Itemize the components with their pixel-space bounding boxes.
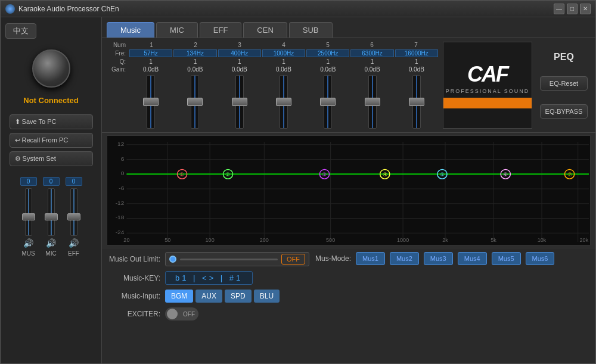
band-num-5: 5 [306, 42, 350, 48]
eq-fader-5 [306, 75, 349, 129]
band-gain-3: 0.0dB [218, 66, 261, 73]
svg-text:500: 500 [326, 237, 335, 243]
input-buttons: BGM AUX SPD BLU [165, 290, 280, 303]
band-num-7: 7 [394, 42, 438, 48]
limit-off-button[interactable]: OFF [281, 254, 305, 265]
limit-slider-dot [169, 256, 176, 263]
exciter-knob [167, 309, 178, 319]
input-bgm-button[interactable]: BGM [165, 290, 193, 303]
band-num-1: 1 [129, 42, 173, 48]
eq-reset-button[interactable]: EQ-Reset [540, 76, 588, 91]
eq-graph-svg: 12 6 0 -6 -12 -18 -24 20 50 100 200 500 … [107, 136, 590, 245]
fader-thumb-4[interactable] [276, 98, 291, 106]
main-knob[interactable] [32, 49, 70, 88]
svg-text:-24: -24 [116, 229, 125, 235]
tab-mic[interactable]: MIC [156, 22, 198, 38]
fader-thumb-6[interactable] [365, 98, 380, 106]
eff-fader-track[interactable] [70, 188, 77, 236]
tab-sub[interactable]: SUB [289, 22, 333, 38]
limit-slider[interactable]: OFF [165, 252, 309, 266]
input-spd-button[interactable]: SPD [225, 290, 252, 303]
mus-fader-track[interactable] [25, 188, 32, 236]
svg-text:50: 50 [164, 237, 170, 243]
svg-text:①: ① [180, 172, 185, 178]
eff-fader-value: 0 [66, 177, 82, 186]
svg-text:④: ④ [383, 172, 387, 178]
fader-row: 0 🔊 MUS 0 🔊 MIC [20, 177, 82, 257]
eq-graph: 12 6 0 -6 -12 -18 -24 20 50 100 200 500 … [107, 135, 591, 245]
mus-mode-1-button[interactable]: Mus1 [356, 252, 385, 265]
window-controls: — □ ✕ [554, 4, 591, 14]
svg-text:-6: -6 [119, 185, 124, 191]
eq-bypass-button[interactable]: EQ-BYPASS [540, 104, 588, 119]
mus-speaker-icon: 🔊 [23, 238, 33, 248]
exciter-label: EXCITER: [107, 310, 160, 318]
band-gain-7: 0.0dB [395, 66, 438, 73]
fader-thumb-7[interactable] [409, 98, 424, 106]
svg-text:②: ② [225, 172, 230, 178]
mic-fader-thumb[interactable] [45, 213, 58, 220]
svg-text:⑥: ⑥ [503, 172, 508, 178]
bottom-left: Music Out Limit: OFF Music-KEY: b1 | <> … [107, 252, 309, 360]
svg-text:5k: 5k [491, 237, 496, 243]
input-aux-button[interactable]: AUX [195, 290, 222, 303]
save-to-pc-button[interactable]: ⬆ Save To PC [10, 114, 93, 129]
band-freq-2[interactable] [173, 49, 216, 57]
tab-cen[interactable]: CEN [243, 22, 287, 38]
fader-thumb-1[interactable] [143, 98, 159, 106]
peq-label: PEQ [554, 52, 574, 63]
caf-bar [443, 98, 532, 108]
caf-logo-text: CAF [467, 62, 508, 87]
band-q-3: 1 [218, 58, 261, 65]
input-blu-button[interactable]: BLU [254, 290, 280, 303]
fader-thumb-5[interactable] [320, 98, 336, 106]
band-freq-3[interactable] [218, 49, 261, 57]
band-freq-7[interactable] [395, 49, 438, 57]
mus-mode-3-button[interactable]: Mus3 [424, 252, 453, 265]
music-out-limit-label: Music Out Limit: [107, 255, 160, 263]
fader-thumb-3[interactable] [232, 98, 247, 106]
eff-label: EFF [68, 250, 79, 257]
music-key-label: Music-KEY: [107, 274, 160, 282]
sidebar: 中文 Not Connected ⬆ Save To PC ↩ Recall F… [1, 17, 102, 363]
band-gain-6: 0.0dB [350, 66, 393, 73]
eff-fader-thumb[interactable] [67, 213, 80, 220]
mus-mode-6-button[interactable]: Mus6 [526, 252, 555, 265]
band-gain-2: 0.0dB [173, 66, 216, 73]
limit-slider-track [180, 259, 278, 260]
svg-text:-18: -18 [116, 214, 125, 221]
maximize-btn[interactable]: □ [567, 4, 578, 14]
recall-from-pc-button[interactable]: ↩ Recall From PC [10, 133, 93, 148]
minimize-btn[interactable]: — [554, 4, 564, 14]
band-freq-1[interactable] [129, 49, 172, 57]
mus-label: MUS [21, 250, 35, 257]
fader-thumb-2[interactable] [187, 98, 203, 106]
mus-fader-thumb[interactable] [22, 213, 35, 220]
exciter-toggle[interactable]: OFF [165, 307, 198, 321]
tab-eff[interactable]: EFF [200, 22, 242, 38]
band-q-7: 1 [395, 58, 438, 65]
app-icon [5, 4, 15, 14]
svg-text:100: 100 [206, 237, 215, 243]
eq-fader-3 [218, 75, 261, 129]
music-key-value[interactable]: b1 | <> | #1 [165, 271, 253, 285]
mic-fader-track[interactable] [48, 188, 55, 236]
band-gain-1: 0.0dB [129, 66, 172, 73]
mus-mode-5-button[interactable]: Mus5 [492, 252, 521, 265]
band-freq-6[interactable] [350, 49, 393, 57]
band-freq-5[interactable] [306, 49, 349, 57]
eff-fader-col: 0 🔊 EFF [66, 177, 82, 257]
tab-music[interactable]: Music [107, 22, 154, 38]
mic-fader-value: 0 [43, 177, 60, 186]
lang-button[interactable]: 中文 [5, 23, 36, 39]
main-window: Karaoke Audio Processor ChEn — □ ✕ 中文 No… [0, 0, 596, 364]
close-btn[interactable]: ✕ [580, 4, 591, 14]
mus-mode-4-button[interactable]: Mus4 [458, 252, 487, 265]
band-freq-4[interactable] [262, 49, 305, 57]
band-num-4: 4 [262, 42, 306, 48]
band-q-4: 1 [262, 58, 305, 65]
mus-mode-2-button[interactable]: Mus2 [390, 252, 419, 265]
system-set-button[interactable]: ⚙ System Set [10, 151, 93, 166]
band-gain-5: 0.0dB [306, 66, 349, 73]
eq-fader-4 [262, 75, 305, 129]
